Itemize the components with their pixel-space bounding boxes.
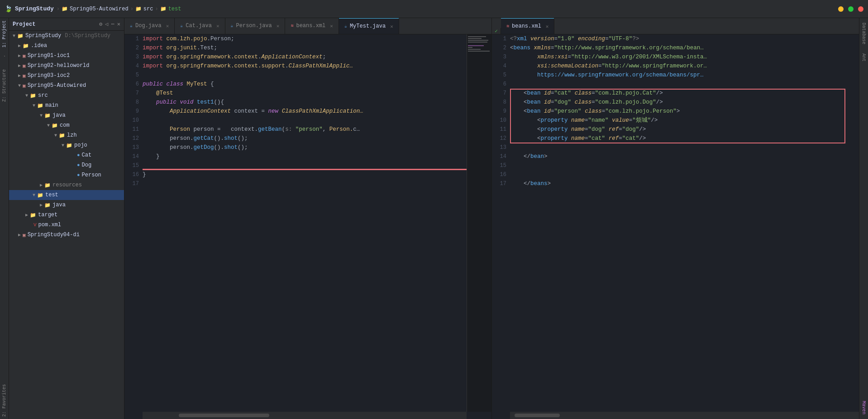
right-scrollbar-thumb[interactable] — [515, 414, 560, 417]
module-icon: ▣ — [23, 83, 26, 89]
right-code-area[interactable]: 12345 678910 1112131415 1617 <?xml versi… — [492, 34, 859, 419]
sidebar-item-dog[interactable]: ● Dog — [9, 160, 124, 170]
folder-icon: 📁 — [44, 113, 51, 119]
java-file-icon: ● — [77, 172, 80, 178]
pom-icon: V — [33, 222, 37, 228]
close-button[interactable] — [858, 6, 863, 12]
sidebar-item-com[interactable]: ▼ 📁 com — [9, 120, 124, 130]
expand-arrow: ▼ — [47, 123, 50, 128]
java-file-icon: ● — [77, 162, 80, 168]
editors-area: ☕ Dog.java ✕ ☕ Cat.java ✕ ☕ Person.java … — [124, 18, 868, 419]
sidebar-item-target[interactable]: ▶ 📁 target — [9, 210, 124, 220]
tab-close[interactable]: ✕ — [277, 23, 280, 29]
module-icon: ▣ — [23, 63, 26, 69]
sidebar-item-java-main[interactable]: ▼ 📁 java — [9, 110, 124, 120]
java-icon: ☕ — [344, 24, 347, 29]
sidebar-item-lzh[interactable]: ▼ 📁 lzh — [9, 130, 124, 140]
sidebar-item-springstudy[interactable]: ▼ 📁 SpringStudy D:\SpringStudy — [9, 31, 124, 41]
expand-arrow: ▶ — [25, 212, 28, 218]
sidebar-item-java-test[interactable]: ▶ 📁 java — [9, 200, 124, 210]
xml-icon: ≋ — [506, 24, 509, 29]
line-numbers: 12345 6 7✓ 8✓ 91011121314 151617 — [124, 34, 143, 412]
folder-icon: 📁 — [30, 93, 36, 99]
folder-icon: 📁 — [52, 123, 58, 129]
tab-close[interactable]: ✕ — [166, 23, 169, 29]
java-icon: ☕ — [231, 23, 234, 29]
expand-arrow: ▶ — [18, 232, 21, 238]
tab-close[interactable]: ✕ — [390, 24, 393, 29]
bc-module-icon: 📁 — [62, 6, 68, 12]
maximize-button[interactable] — [848, 6, 854, 12]
right-side-panels: Database Ant Maven — [859, 18, 868, 419]
tab-close[interactable]: ✕ — [216, 23, 219, 29]
right-editor-pane: ✓ ≋ beans.xml ✕ 12345 678910 1112131415 … — [492, 18, 859, 419]
sidebar-item-spring01[interactable]: ▶ ▣ Spring01-ioc1 — [9, 51, 124, 61]
maven-panel-label[interactable]: Maven — [861, 401, 866, 414]
sidebar-item-spring02[interactable]: ▶ ▣ Spring02-helloworld — [9, 61, 124, 71]
expand-arrow: ▼ — [54, 133, 57, 138]
expand-arrow: ▼ — [18, 83, 21, 88]
expand-arrow: ▼ — [25, 93, 28, 98]
structure-panel-toggle[interactable]: Z: Structure — [2, 69, 7, 102]
sidebar-item-spring03[interactable]: ▶ ▣ Spring03-ioc2 — [9, 71, 124, 81]
tab-person-java[interactable]: ☕ Person.java ✕ — [225, 18, 286, 34]
project-panel-toggle[interactable]: 1: Project — [2, 20, 7, 48]
sidebar-item-main[interactable]: ▼ 📁 main — [9, 100, 124, 110]
sidebar-item-pom[interactable]: V pom.xml — [9, 220, 124, 230]
folder-icon: 📁 — [37, 192, 43, 198]
left-editor-pane: ☕ Dog.java ✕ ☕ Cat.java ✕ ☕ Person.java … — [124, 18, 491, 419]
bc-test-icon: 📁 — [160, 6, 167, 12]
database-panel-label[interactable]: Database — [861, 23, 866, 44]
sidebar-item-src[interactable]: ▼ 📁 src — [9, 90, 124, 100]
sidebar-item-pojo[interactable]: ▼ 📁 pojo — [9, 140, 124, 150]
tab-dog-java[interactable]: ☕ Dog.java ✕ — [124, 18, 175, 34]
sidebar-item-spring05[interactable]: ▼ ▣ Spring05-Autowired — [9, 81, 124, 90]
left-scrollbar-h[interactable] — [143, 412, 467, 419]
folder-icon: 📁 — [17, 33, 24, 39]
right-code-content[interactable]: <?xml version="1.0" encoding="UTF-8"?> <… — [510, 34, 859, 412]
expand-arrow: ▶ — [18, 53, 21, 58]
collapse-icon[interactable]: ◁ — [105, 21, 108, 28]
left-code-content[interactable]: import com.lzh.pojo.Person; import org.j… — [143, 34, 467, 412]
sidebar-item-resources[interactable]: ▶ 📁 resources — [9, 180, 124, 190]
tab-beans-xml-right[interactable]: ≋ beans.xml ✕ — [501, 18, 554, 34]
sidebar-item-test[interactable]: ▼ 📁 test — [9, 190, 124, 200]
sidebar-item-idea[interactable]: ▶ 📁 .idea — [9, 41, 124, 51]
folder-icon: 📁 — [37, 103, 43, 109]
left-tab-bar: ☕ Dog.java ✕ ☕ Cat.java ✕ ☕ Person.java … — [124, 18, 491, 34]
more-icon[interactable]: ⋯ — [111, 21, 114, 28]
hide-icon[interactable]: ✕ — [117, 21, 120, 28]
title-brand-icon: 🍃 — [5, 5, 12, 13]
tab-close[interactable]: ✕ — [330, 23, 333, 29]
right-pane-icon: ✓ — [492, 28, 501, 34]
favorites-panel-toggle[interactable]: 2: Favorites — [2, 384, 7, 417]
folder-icon: 📁 — [23, 43, 29, 49]
sidebar-item-spring04[interactable]: ▶ ▣ SpringStudy04-di — [9, 230, 124, 240]
right-line-numbers: 12345 678910 1112131415 1617 — [492, 34, 510, 412]
sidebar: Project ⚙ ◁ ⋯ ✕ ▼ 📁 SpringStudy D:\Sprin… — [9, 18, 124, 419]
title-bar: 🍃 SpringStudy › 📁 Spring05-Autowired › 📁… — [0, 0, 868, 18]
window-controls — [838, 6, 863, 12]
folder-icon: 📁 — [59, 133, 65, 138]
module-icon: ▣ — [23, 232, 26, 238]
tab-beans-xml-left[interactable]: ≋ beans.xml ✕ — [285, 18, 339, 34]
right-tab-bar: ✓ ≋ beans.xml ✕ — [492, 18, 859, 34]
module-icon: ▣ — [23, 53, 26, 59]
settings-icon[interactable]: ⚙ — [99, 21, 102, 28]
title-brand: SpringStudy — [15, 5, 54, 12]
minimize-button[interactable] — [838, 6, 844, 12]
sidebar-item-person[interactable]: ● Person — [9, 170, 124, 180]
ant-panel-label[interactable]: Ant — [861, 53, 866, 62]
scrollbar-thumb[interactable] — [179, 414, 269, 417]
left-code-area[interactable]: 12345 6 7✓ 8✓ 91011121314 151617 import … — [124, 34, 491, 419]
expand-arrow: ▼ — [13, 33, 15, 38]
sidebar-title: Project — [13, 21, 35, 28]
sidebar-item-cat[interactable]: ● Cat — [9, 150, 124, 160]
tab-cat-java[interactable]: ☕ Cat.java ✕ — [175, 18, 225, 34]
tab-mytest-java[interactable]: ☕ MyTest.java ✕ — [339, 18, 399, 34]
left-strip: 1: Project Z: Structure 2: Favorites — [0, 18, 9, 419]
title-breadcrumb: › 📁 Spring05-Autowired › 📁 src › 📁 test — [57, 6, 181, 12]
tab-close[interactable]: ✕ — [546, 24, 549, 29]
right-scrollbar-h[interactable] — [510, 412, 859, 419]
folder-icon: 📁 — [44, 182, 51, 188]
